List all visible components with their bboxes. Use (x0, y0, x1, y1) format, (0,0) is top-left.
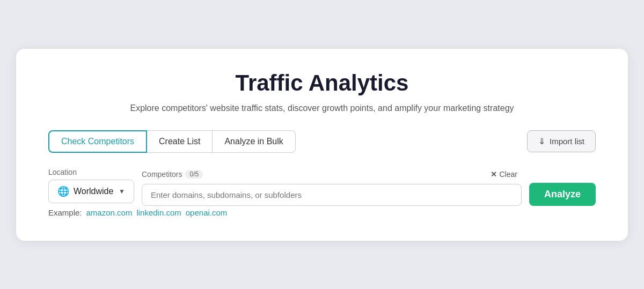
x-icon: ✕ (491, 170, 497, 179)
competitors-field-group: Competitors 0/5 ✕ Clear (142, 168, 522, 206)
input-area: Location 🌐 Worldwide ▼ Competitors 0/5 ✕… (48, 168, 596, 206)
chevron-down-icon: ▼ (119, 188, 125, 195)
location-label: Location (48, 168, 134, 176)
example-link-amazon[interactable]: amazon.com (86, 208, 133, 217)
import-button-label: Import list (550, 137, 584, 146)
competitors-input[interactable] (142, 184, 522, 206)
import-list-button[interactable]: ⇓ Import list (527, 130, 596, 152)
main-card: Traffic Analytics Explore competitors' w… (16, 49, 628, 241)
examples-row: Example: amazon.com linkedin.com openai.… (48, 208, 596, 217)
competitors-label-row: Competitors 0/5 ✕ Clear (142, 168, 522, 181)
location-value: Worldwide (74, 187, 113, 196)
globe-icon: 🌐 (57, 186, 69, 197)
page-subtitle: Explore competitors' website traffic sta… (48, 103, 596, 113)
page-title: Traffic Analytics (48, 70, 596, 96)
competitors-label: Competitors (142, 170, 182, 179)
import-icon: ⇓ (538, 136, 545, 146)
competitors-badge: 0/5 (185, 170, 203, 179)
tabs-container: Check Competitors Create List Analyze in… (48, 130, 296, 153)
example-link-linkedin[interactable]: linkedin.com (136, 208, 181, 217)
tab-create-list[interactable]: Create List (147, 130, 213, 153)
clear-label: Clear (500, 170, 517, 179)
tabs-row: Check Competitors Create List Analyze in… (48, 130, 596, 153)
example-link-openai[interactable]: openai.com (186, 208, 228, 217)
analyze-button[interactable]: Analyze (529, 183, 596, 206)
location-dropdown[interactable]: 🌐 Worldwide ▼ (48, 180, 134, 203)
tab-analyze-bulk[interactable]: Analyze in Bulk (213, 130, 295, 153)
location-field-group: Location 🌐 Worldwide ▼ (48, 168, 134, 203)
tab-check-competitors[interactable]: Check Competitors (48, 130, 147, 153)
clear-button[interactable]: ✕ Clear (486, 168, 522, 181)
examples-label: Example: (48, 208, 82, 217)
